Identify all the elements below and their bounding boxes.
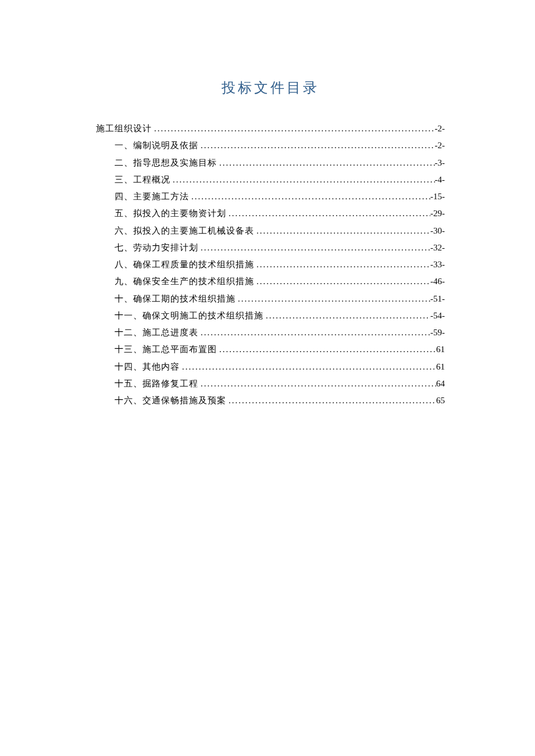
toc-item: 十三、施工总平面布置图 61: [96, 341, 445, 358]
toc-item-page: 64: [436, 375, 445, 392]
toc-item-page: -59-: [430, 324, 445, 341]
toc-item-label: 十四、其他内容: [115, 359, 180, 375]
toc-item: 三、工程概况 -4-: [96, 171, 445, 188]
toc-item-page: -32-: [430, 239, 445, 256]
toc-item-label: 十、确保工期的技术组织措施: [115, 291, 236, 307]
toc-item-dots: [236, 291, 430, 307]
toc-item-dots: [198, 324, 430, 341]
toc-item-label: 八、确保工程质量的技术组织措施: [115, 256, 254, 273]
table-of-contents: 施工组织设计-2-一、编制说明及依据 -2-二、指导思想及实施目标 -3-三、工…: [96, 120, 445, 409]
toc-item-dots: [198, 137, 435, 154]
toc-item-page: 61: [436, 341, 445, 358]
toc-item-label: 十一、确保文明施工的技术组织措施: [115, 307, 263, 324]
toc-item: 十六、交通保畅措施及预案 65: [96, 392, 445, 409]
toc-item: 十四、其他内容 61: [96, 359, 445, 375]
toc-item-page: -54-: [430, 307, 445, 324]
document-title: 投标文件目录: [96, 78, 445, 97]
toc-item-dots: [217, 155, 435, 171]
toc-item-label: 一、编制说明及依据: [115, 137, 198, 154]
toc-item: 六、拟投入的主要施工机械设备表 -30-: [96, 223, 445, 239]
toc-item-dots: [254, 273, 430, 290]
toc-item-page: -51-: [430, 291, 445, 307]
toc-item-label: 十二、施工总进度表: [115, 324, 198, 341]
toc-item-page: -46-: [430, 273, 445, 290]
toc-item-label: 四、主要施工方法: [115, 188, 189, 205]
toc-item-dots: [254, 256, 430, 273]
toc-item-label: 施工组织设计: [96, 120, 152, 137]
toc-item-dots: [180, 359, 436, 375]
toc-item-label: 七、劳动力安排计划: [115, 239, 198, 256]
toc-item-label: 六、拟投入的主要施工机械设备表: [115, 223, 254, 239]
toc-item-page: 61: [436, 359, 445, 375]
toc-item: 十一、确保文明施工的技术组织措施 -54-: [96, 307, 445, 324]
toc-item: 五、拟投入的主要物资计划 -29-: [96, 205, 445, 222]
toc-item-label: 十五、掘路修复工程: [115, 375, 198, 392]
toc-item-label: 九、确保安全生产的技术组织措施: [115, 273, 254, 290]
toc-item-dots: [217, 341, 436, 358]
toc-item-page: -4-: [435, 171, 445, 188]
toc-item: 十、确保工期的技术组织措施 -51-: [96, 291, 445, 307]
toc-item: 九、确保安全生产的技术组织措施 -46-: [96, 273, 445, 290]
toc-item-page: 65: [436, 392, 445, 409]
toc-item-page: -2-: [435, 137, 445, 154]
toc-item: 施工组织设计-2-: [96, 120, 445, 137]
toc-item-dots: [198, 375, 436, 392]
toc-item-page: -15-: [430, 188, 445, 205]
toc-item-label: 十三、施工总平面布置图: [115, 341, 217, 358]
toc-item-dots: [254, 223, 430, 239]
toc-item-dots: [263, 307, 430, 324]
toc-item-page: -3-: [435, 155, 445, 171]
toc-item-label: 三、工程概况: [115, 171, 170, 188]
toc-item: 八、确保工程质量的技术组织措施 -33-: [96, 256, 445, 273]
toc-item-label: 五、拟投入的主要物资计划: [115, 205, 226, 222]
toc-item-dots: [152, 120, 435, 137]
toc-item-label: 十六、交通保畅措施及预案: [115, 392, 226, 409]
toc-item-page: -2-: [435, 120, 445, 137]
toc-item: 四、主要施工方法 -15-: [96, 188, 445, 205]
toc-item-page: -33-: [430, 256, 445, 273]
toc-item-label: 二、指导思想及实施目标: [115, 155, 217, 171]
toc-item-dots: [226, 392, 436, 409]
toc-item: 十二、施工总进度表 -59-: [96, 324, 445, 341]
toc-item-dots: [189, 188, 430, 205]
toc-item: 二、指导思想及实施目标 -3-: [96, 155, 445, 171]
toc-item-page: -29-: [430, 205, 445, 222]
toc-item-page: -30-: [430, 223, 445, 239]
toc-item: 十五、掘路修复工程 64: [96, 375, 445, 392]
toc-item: 一、编制说明及依据 -2-: [96, 137, 445, 154]
toc-item-dots: [198, 239, 430, 256]
toc-item: 七、劳动力安排计划 -32-: [96, 239, 445, 256]
toc-item-dots: [170, 171, 435, 188]
toc-item-dots: [226, 205, 430, 222]
